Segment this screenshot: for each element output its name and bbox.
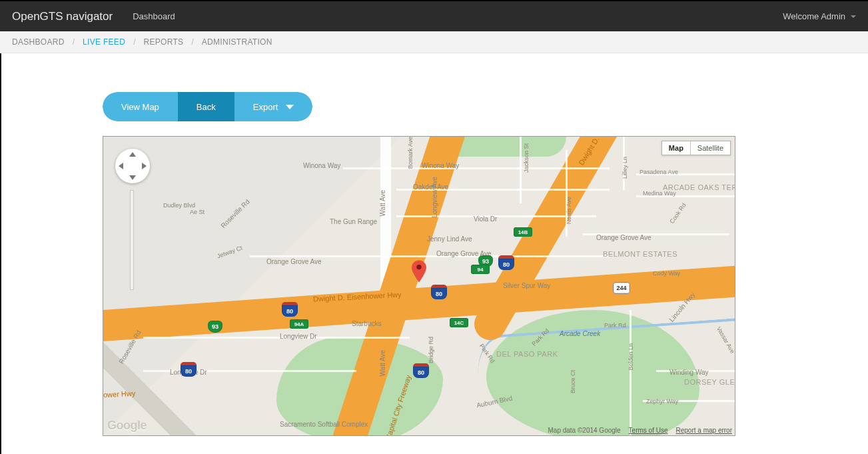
street [566,150,568,237]
content-frame: View Map Back Export [0,53,868,454]
shield-interstate-icon: 80 [282,302,298,317]
back-label: Back [197,102,216,112]
shield-exit-icon: 14B [514,227,532,237]
view-map-button[interactable]: View Map [103,92,178,121]
welcome-text: Welcome Admin [783,11,845,21]
arrow-down-icon [129,175,136,180]
map-terms-link[interactable]: Terms of Use [629,427,668,434]
street [343,167,610,169]
export-button[interactable]: Export [234,92,313,121]
breadcrumb: DASHBOARD / LIVE FEED / REPORTS / ADMINI… [0,31,868,53]
street [636,173,735,175]
arrow-left-icon [119,163,123,169]
shield-us-icon: 244 [613,282,630,294]
shield-exit-icon: 14C [450,318,468,327]
map-type-map[interactable]: Map [662,141,690,155]
street [656,370,735,372]
street [143,370,356,372]
navbar: OpenGTS navigator Dashboard Welcome Admi… [0,1,868,31]
street [520,137,522,203]
arrow-up-icon [129,152,136,157]
bc-reports[interactable]: REPORTS [143,37,183,47]
shield-interstate-icon: 80 [181,362,197,377]
street [143,337,410,339]
navbar-left: OpenGTS navigator Dashboard [12,10,175,23]
street [250,255,610,257]
map-pan-control[interactable] [115,149,150,183]
street [643,400,735,402]
chevron-down-icon [286,105,294,109]
bc-sep: / [133,37,135,47]
bc-sep: / [191,37,193,47]
street [630,310,632,436]
shield-exit-icon: 94 [471,265,490,274]
map-type-satellite[interactable]: Satellite [690,141,730,155]
street [396,189,610,191]
street [623,137,625,190]
map-zoom-slider[interactable] [130,190,134,290]
street [636,195,735,197]
bc-live-feed[interactable]: LIVE FEED [83,37,125,47]
user-menu[interactable]: Welcome Admin [783,11,856,21]
content: View Map Back Export [1,53,747,454]
map-type-control: Map Satellite [661,141,731,155]
shield-interstate-icon: 80 [498,255,514,270]
arrow-right-icon [142,163,147,169]
svg-point-0 [416,265,421,269]
shield-interstate-icon: 80 [413,363,429,378]
shield-interstate-icon: 80 [431,285,447,299]
bc-sep: / [73,37,75,47]
bc-administration[interactable]: ADMINISTRATION [202,37,272,47]
nav-dashboard-link[interactable]: Dashboard [133,11,175,21]
map-attribution: Map data ©2014 Google [548,427,620,434]
brand: OpenGTS navigator [12,10,113,23]
map-report-link[interactable]: Report a map error [676,427,732,434]
map-footer: Map data ©2014 Google Terms of Use Repor… [548,427,732,434]
map-canvas[interactable]: Winona Way Winona Way Oakdell Ave Viola … [103,136,735,436]
street [583,233,729,235]
export-label: Export [253,102,278,112]
map-marker-icon[interactable] [412,260,426,283]
view-map-label: View Map [121,102,159,112]
bc-dashboard[interactable]: DASHBOARD [12,37,65,47]
shield-exit-icon: 94A [290,319,308,329]
action-pillbar: View Map Back Export [103,92,312,121]
shield-ca-icon: 93 [208,321,222,333]
caret-down-icon [851,15,856,18]
back-button[interactable]: Back [178,92,234,121]
